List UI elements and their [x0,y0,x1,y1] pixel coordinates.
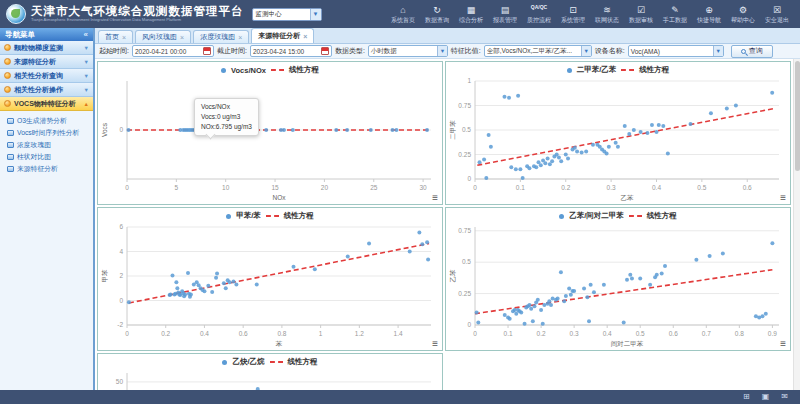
calendar-icon[interactable]: ⊞ [743,393,750,401]
series-label: Vocs/NOx [231,66,266,75]
topnav-label: 数据查询 [425,16,449,25]
trendline-label: 线性方程 [647,211,677,221]
tab-home[interactable]: 首页× [98,30,133,43]
svg-text:4: 4 [119,248,123,255]
series-marker-icon [559,214,564,219]
topnav-item-data-query[interactable]: ↻ 数据查询 [420,4,454,25]
calendar-icon[interactable] [321,47,329,55]
topnav-item-home[interactable]: ⌂ 系统首页 [386,4,420,25]
chart-legend[interactable]: 乙苯/间对二甲苯 线性方程 [446,211,790,221]
topnav-item-quick-nav[interactable]: ⊕ 快捷导航 [692,4,726,25]
topnav-item-help[interactable]: ⚙ 帮助中心 [726,4,760,25]
device-select[interactable]: Voc(AMA) ▼ [628,45,724,57]
sidebar-item-concentration-rose[interactable]: 浓度玫瑰图 [0,139,93,151]
chart-menu-icon[interactable]: ≡ [780,193,786,203]
svg-text:0.6: 0.6 [669,330,678,337]
svg-text:NOx: NOx [273,194,287,201]
sidebar-item-source-feature[interactable]: 来源特征分析 [0,163,93,175]
series-label: 二甲苯/乙苯 [577,65,617,75]
close-icon[interactable]: × [180,34,184,41]
start-time-label: 起始时间: [99,46,129,56]
sidebar-title[interactable]: 导航菜单 [0,28,93,41]
exit-icon: ☒ [773,5,781,15]
chart-panel-toluene-benzene: 甲苯/苯 线性方程 -2024600.20.40.60.811.21.4苯甲苯 … [97,207,443,351]
chevron-down-icon[interactable]: ▼ [437,46,447,56]
topnav-item-network[interactable]: ≋ 联网状态 [590,4,624,25]
tab-bar: 首页× 风向玫瑰图× 浓度玫瑰图× 来源特征分析× [95,28,800,44]
svg-text:0.2: 0.2 [161,330,170,337]
sidebar-item-label: 浓度玫瑰图 [17,140,51,150]
tooltip-title: Vocs/NOx [201,102,252,112]
trendline-marker-icon [629,215,642,217]
sidebar-item-o3-potential[interactable]: O3生成潜势分析 [0,115,93,127]
sidebar-group-vocs-species[interactable]: VOCS物种特征分析 ▲ [0,97,93,111]
device-value: Voc(AMA) [631,48,660,55]
tab-source-feature-analysis[interactable]: 来源特征分析× [251,28,314,43]
topnav-item-system[interactable]: ⊡ 系统管理 [556,4,590,25]
device-label: 设备名称: [595,46,625,56]
topnav-item-qaqc[interactable]: QA/QC 质控流程 [522,4,556,25]
chart-legend[interactable]: 乙炔/乙烷 线性方程 [98,357,442,367]
chart-menu-icon[interactable]: ≡ [780,339,786,349]
svg-text:苯: 苯 [275,340,283,347]
chart-legend[interactable]: 二甲苯/乙苯 线性方程 [446,65,790,75]
network-icon: ≋ [603,5,611,15]
search-button[interactable]: 查询 [731,45,773,58]
chat-icon[interactable]: ▣ [762,393,770,401]
chart-menu-icon[interactable]: ≡ [432,193,438,203]
sidebar-item-bar-compare[interactable]: 柱状对比图 [0,151,93,163]
chevron-down-icon[interactable]: ▼ [581,46,591,56]
monitor-icon [7,154,14,160]
report-icon: ▤ [501,5,510,15]
scatter-plot-vocs-nox[interactable]: 0051015202530NOxVocs [100,76,440,202]
sidebar-group-correlation-query[interactable]: 相关性分析查询 ▼ [0,69,93,83]
sidebar-item-label: 柱状对比图 [17,152,51,162]
chevron-down-icon: ▼ [84,73,89,79]
chart-menu-icon[interactable]: ≡ [432,339,438,349]
tab-label: 首页 [105,32,119,42]
scatter-plot-toluene-benzene[interactable]: -2024600.20.40.60.811.21.4苯甲苯 [100,222,440,348]
scatter-plot-ethylbenzene-mpxylene[interactable]: 00.250.50.7500.10.20.30.40.50.60.70.80.9… [448,222,788,348]
mail-icon[interactable]: ✉ [781,393,788,401]
svg-text:0.8: 0.8 [735,330,744,337]
svg-text:0: 0 [473,184,477,191]
chart-legend[interactable]: Vocs/NOx 线性方程 [98,65,442,75]
close-icon[interactable]: × [122,34,126,41]
topnav-label: 报表管理 [493,16,517,25]
tab-wind-rose[interactable]: 风向玫瑰图× [135,30,191,43]
close-icon[interactable]: × [238,34,242,41]
start-time-input[interactable]: 2020-04-21 00:00 [132,45,214,57]
sidebar-group-label: 来源特征分析 [14,57,56,67]
topnav-item-analysis[interactable]: ▦ 综合分析 [454,4,488,25]
chart-legend[interactable]: 甲苯/苯 线性方程 [98,211,442,221]
scrollbar-thumb[interactable] [795,61,800,171]
sidebar-group-particle-gradient[interactable]: 颗粒物梯度监测 ▼ [0,41,93,55]
sidebar-group-source-analysis[interactable]: 来源特征分析 ▼ [0,55,93,69]
topnav-item-report[interactable]: ▤ 报表管理 [488,4,522,25]
svg-text:0.2: 0.2 [561,184,570,191]
station-select[interactable]: 监测中心 ▼ [252,8,322,21]
sidebar-group-correlation-ops[interactable]: 相关性分析操作 ▼ [0,83,93,97]
ratio-select[interactable]: 全部,Vocs/NOx,二甲苯/乙苯... ▼ [484,45,592,57]
chevron-down-icon[interactable]: ▼ [310,9,321,20]
scatter-plot-acetylene-ethane[interactable]: 50乙烷乙炔 [100,368,440,390]
svg-text:二甲苯: 二甲苯 [449,120,456,140]
tab-concentration-rose[interactable]: 浓度玫瑰图× [193,30,249,43]
svg-text:0.5: 0.5 [462,258,471,265]
topnav-label: 手工数据 [663,16,687,25]
topnav-item-audit[interactable]: ☑ 数据审核 [624,4,658,25]
close-icon[interactable]: × [303,33,307,40]
topnav-item-manual-data[interactable]: ✎ 手工数据 [658,4,692,25]
chevron-down-icon[interactable]: ▼ [713,46,723,56]
end-time-input[interactable]: 2023-04-24 15:00 [250,45,332,57]
station-select-value: 监测中心 [256,10,282,19]
vertical-scrollbar[interactable] [793,59,800,390]
topnav-item-logout[interactable]: ☒ 安全退出 [760,4,794,25]
scatter-plot-xylene-ethylbenzene[interactable]: 00.250.50.75100.10.20.30.40.50.6乙苯二甲苯 [448,76,788,202]
topnav-label: 综合分析 [459,16,483,25]
ratio-label: 特征比值: [451,46,481,56]
menu-dot-icon [4,72,11,79]
sidebar-item-vocs-timeseries[interactable]: Vocs时间序列性分析 [0,127,93,139]
datatype-select[interactable]: 小时数据 ▼ [368,45,448,57]
calendar-icon[interactable] [203,47,211,55]
